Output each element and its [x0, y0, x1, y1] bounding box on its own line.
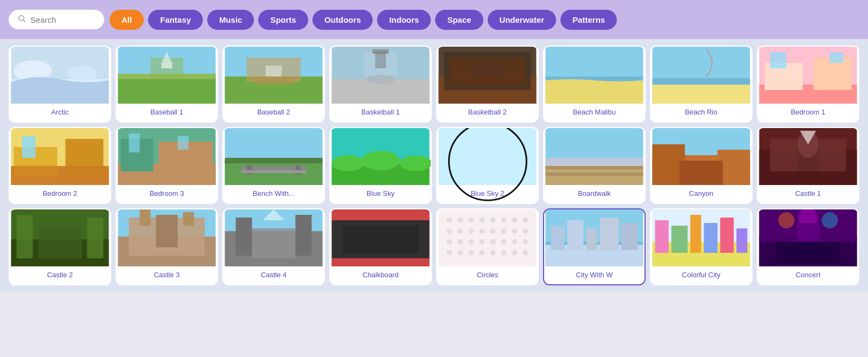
filter-btn-all[interactable]: All: [110, 10, 144, 30]
backdrop-label-castle4: Castle 4: [259, 271, 289, 279]
backdrop-item-concert[interactable]: Concert: [757, 208, 859, 285]
svg-point-115: [490, 228, 496, 234]
backdrop-thumb-boardwalk: [544, 128, 644, 185]
backdrop-item-bluesky[interactable]: Blue Sky: [329, 127, 432, 204]
backdrop-label-arctic: Arctic: [49, 108, 71, 116]
svg-rect-10: [162, 63, 173, 68]
backdrop-item-chalkboard[interactable]: Chalkboard: [329, 208, 432, 285]
svg-rect-95: [252, 228, 296, 258]
backdrop-item-citywithw[interactable]: City With W: [543, 208, 646, 285]
backdrop-item-castle3[interactable]: Castle 3: [116, 208, 218, 285]
svg-point-123: [490, 239, 496, 245]
backdrop-item-castle2[interactable]: Castle 2: [9, 208, 111, 285]
backdrop-item-colorfucity[interactable]: Colorful City: [650, 208, 752, 285]
svg-rect-55: [296, 165, 301, 175]
svg-rect-62: [439, 128, 537, 185]
svg-rect-101: [332, 258, 430, 266]
svg-point-118: [523, 228, 528, 234]
svg-point-116: [501, 228, 507, 234]
backdrop-item-bluesky2[interactable]: Blue Sky 2: [436, 127, 539, 204]
backdrop-item-beachrio[interactable]: Beach Rio: [650, 46, 752, 123]
backdrop-label-basketball1: Basketball 1: [359, 108, 402, 116]
backdrop-item-arctic[interactable]: Arctic: [9, 46, 111, 123]
svg-point-109: [512, 218, 518, 223]
backdrop-thumb-circles: [437, 209, 538, 266]
grid-row-0: Arctic Baseball 1 Baseball 2 Basketball …: [9, 46, 859, 123]
svg-rect-56: [241, 170, 307, 173]
backdrop-thumb-bluesky: [330, 128, 431, 185]
svg-point-106: [480, 218, 485, 223]
svg-point-130: [480, 250, 485, 256]
backdrop-item-basketball2[interactable]: Basketball 2: [436, 46, 539, 123]
svg-point-124: [501, 239, 507, 245]
backdrop-thumb-beachmalibu: [544, 47, 644, 104]
svg-line-1: [23, 20, 25, 22]
filter-btn-music[interactable]: Music: [207, 10, 254, 30]
backdrop-item-bedroom2[interactable]: Bedroom 2: [9, 127, 111, 204]
backdrop-item-baseball1[interactable]: Baseball 1: [116, 46, 218, 123]
svg-rect-142: [622, 223, 638, 250]
grid-row-1: Bedroom 2 Bedroom 3 Bench With... Blue S…: [9, 127, 859, 204]
backdrop-thumb-bedroom1: [758, 47, 858, 104]
svg-rect-102: [439, 209, 537, 266]
backdrop-item-beachmalibu[interactable]: Beach Malibu: [543, 46, 646, 123]
backdrop-thumb-canyon: [651, 128, 751, 185]
svg-rect-66: [546, 166, 643, 169]
filter-btn-indoors[interactable]: Indoors: [377, 10, 431, 30]
svg-rect-83: [39, 226, 82, 258]
backdrop-item-benchwith[interactable]: Bench With...: [222, 127, 325, 204]
backdrop-item-boardwalk[interactable]: Boardwalk: [543, 127, 646, 204]
backdrop-label-baseball1: Baseball 1: [148, 108, 186, 116]
svg-point-0: [19, 16, 24, 21]
backdrop-item-castle4[interactable]: Castle 4: [222, 208, 325, 285]
filter-btn-fantasy[interactable]: Fantasy: [148, 10, 203, 30]
svg-point-155: [778, 212, 795, 228]
backdrop-item-canyon[interactable]: Canyon: [650, 127, 752, 204]
svg-point-117: [512, 228, 518, 234]
backdrop-thumb-castle4: [224, 209, 324, 266]
svg-rect-154: [776, 242, 841, 264]
search-box: [9, 10, 104, 29]
filter-buttons: AllFantasyMusicSportsOutdoorsIndoorsSpac…: [110, 10, 617, 30]
svg-point-121: [469, 239, 474, 245]
svg-rect-141: [600, 218, 619, 250]
backdrop-label-beachrio: Beach Rio: [683, 108, 720, 116]
filter-btn-patterns[interactable]: Patterns: [560, 10, 617, 30]
svg-rect-82: [17, 215, 33, 258]
backdrop-thumb-concert: [758, 209, 858, 266]
backdrop-item-basketball1[interactable]: Basketball 1: [329, 46, 432, 123]
backdrop-item-baseball2[interactable]: Baseball 2: [222, 46, 325, 123]
svg-rect-37: [830, 52, 844, 63]
svg-rect-147: [691, 215, 701, 253]
backdrop-label-circles: Circles: [475, 271, 501, 279]
svg-rect-93: [236, 218, 252, 256]
backdrop-item-circles[interactable]: Circles: [436, 208, 539, 285]
backdrop-item-bedroom1[interactable]: Bedroom 1: [757, 46, 859, 123]
backdrop-label-castle2: Castle 2: [45, 271, 75, 279]
backdrop-label-benchwith: Bench With...: [251, 189, 297, 197]
svg-rect-148: [704, 223, 718, 253]
backdrop-thumb-baseball2: [224, 47, 324, 104]
search-input[interactable]: [30, 15, 95, 24]
filter-btn-underwater[interactable]: Underwater: [488, 10, 557, 30]
svg-point-133: [512, 250, 518, 256]
svg-point-129: [469, 250, 474, 256]
backdrop-label-colorfucity: Colorful City: [680, 271, 723, 279]
filter-btn-outdoors[interactable]: Outdoors: [312, 10, 373, 30]
backdrop-thumb-bedroom2: [10, 128, 110, 185]
backdrop-label-baseball2: Baseball 2: [255, 108, 292, 116]
svg-rect-49: [178, 136, 189, 150]
filter-btn-sports[interactable]: Sports: [258, 10, 308, 30]
backdrop-item-bedroom3[interactable]: Bedroom 3: [116, 127, 218, 204]
svg-point-132: [501, 250, 507, 256]
backdrop-label-bedroom3: Bedroom 3: [148, 189, 187, 197]
backdrop-thumb-benchwith: [224, 128, 324, 185]
svg-point-104: [458, 218, 463, 223]
backdrop-item-castle1[interactable]: Castle 1: [757, 127, 859, 204]
svg-rect-68: [546, 173, 643, 176]
backdrop-thumb-bluesky2: [437, 128, 538, 185]
filter-btn-space[interactable]: Space: [435, 10, 483, 30]
backdrop-label-boardwalk: Boardwalk: [576, 189, 613, 197]
svg-rect-73: [680, 161, 723, 185]
svg-rect-31: [653, 78, 750, 85]
